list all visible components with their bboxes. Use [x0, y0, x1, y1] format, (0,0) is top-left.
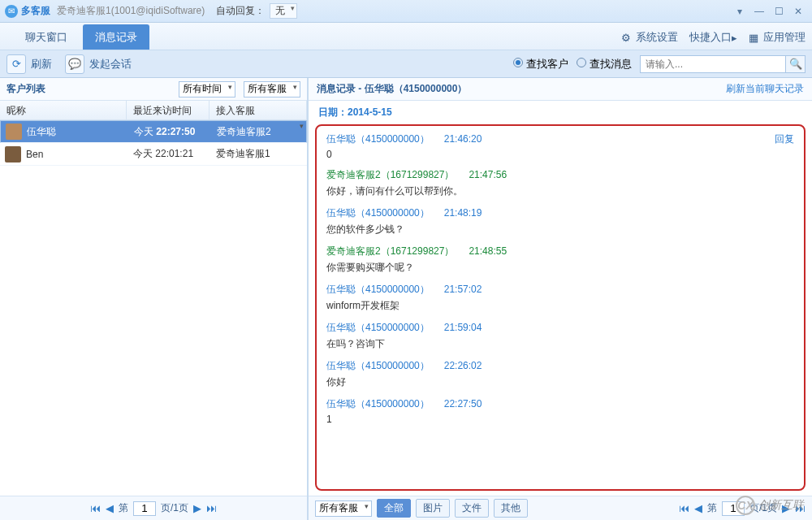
message-item: 爱奇迪客服2（1671299827）21:48:55你需要购买哪个呢？: [326, 245, 794, 275]
pager-first-button[interactable]: ⏮: [90, 502, 101, 514]
message-panel: 消息记录 - 伍华聪（4150000000） 刷新当前聊天记录 日期：2014-…: [309, 78, 812, 520]
radio-search-message-label: 查找消息: [590, 58, 632, 70]
message-item: 伍华聪（4150000000）21:57:02winform开发框架: [326, 283, 794, 313]
system-settings-button[interactable]: ⚙系统设置: [621, 30, 678, 45]
message-time: 21:48:55: [469, 245, 507, 257]
watermark: CX 创新互联: [736, 496, 804, 515]
customer-table-body: 伍华聪 今天 22:27:50 爱奇迪客服2 Ben 今天 22:01:21 爱…: [0, 120, 307, 496]
customer-panel: 客户列表 所有时间 所有客服 昵称 最近来访时间 接入客服 伍华聪 今天 22:…: [0, 78, 309, 520]
refresh-chat-link[interactable]: 刷新当前聊天记录: [726, 82, 804, 96]
message-body: 你好，请问有什么可以帮到你。: [326, 184, 794, 198]
message-body: 1: [326, 414, 794, 425]
radio-search-customer[interactable]: 查找客户: [513, 57, 568, 72]
app-subtitle: 爱奇迪客服1(1001@iqidiSoftware): [57, 4, 205, 18]
search-go-button[interactable]: 🔍: [786, 55, 806, 73]
message-item: 爱奇迪客服2（1671299827）21:47:56你好，请问有什么可以帮到你。: [326, 168, 794, 198]
refresh-label[interactable]: 刷新: [31, 57, 52, 72]
message-sender: 伍华聪（4150000000）: [326, 359, 430, 373]
refresh-button-icon[interactable]: ⟳: [6, 54, 26, 74]
pager-prev-button[interactable]: ◀: [694, 502, 702, 514]
message-sender: 伍华聪（4150000000）: [326, 283, 430, 297]
message-item: 伍华聪（4150000000）22:26:02你好: [326, 359, 794, 389]
col-agent: 接入客服: [209, 101, 307, 119]
filter-other-button[interactable]: 其他: [494, 499, 528, 518]
autoreply-label: 自动回复：: [216, 4, 265, 18]
message-panel-header: 消息记录 - 伍华聪（4150000000） 刷新当前聊天记录: [309, 78, 812, 101]
tab-chat-window[interactable]: 聊天窗口: [13, 24, 80, 50]
maximize-button[interactable]: ☐: [770, 4, 788, 19]
pager-label-a: 第: [707, 501, 717, 515]
avatar: [5, 146, 21, 162]
reply-link[interactable]: 回复: [775, 132, 794, 146]
search-input[interactable]: [640, 55, 786, 73]
pager-first-button[interactable]: ⏮: [679, 502, 689, 514]
quick-entry-label: 快捷入口: [689, 30, 732, 45]
app-management-label: 应用管理: [763, 30, 806, 45]
autoreply-dropdown[interactable]: 无: [270, 3, 297, 19]
message-sender: 伍华聪（4150000000）: [326, 321, 430, 335]
message-list: 回复 伍华聪（4150000000）21:46:200爱奇迪客服2（167129…: [315, 124, 806, 491]
message-time: 21:47:56: [469, 169, 507, 180]
filter-image-button[interactable]: 图片: [416, 499, 450, 518]
grid-icon: ▦: [749, 32, 760, 43]
pager-label-b: 页/1页: [161, 501, 188, 515]
message-item: 伍华聪（4150000000）21:59:04在吗？咨询下: [326, 321, 794, 351]
watermark-icon: CX: [736, 496, 755, 515]
table-row[interactable]: Ben 今天 22:01:21 爱奇迪客服1: [0, 143, 307, 166]
quick-entry-button[interactable]: 快捷入口 ▸: [689, 30, 737, 45]
row-time: 22:01:21: [155, 148, 193, 159]
footer-agent-filter-dropdown[interactable]: 所有客服: [315, 500, 372, 517]
main-toolbar: 聊天窗口 消息记录 ⚙系统设置 快捷入口 ▸ ▦应用管理: [0, 23, 812, 50]
message-time: 21:46:20: [444, 133, 482, 145]
radio-search-message[interactable]: 查找消息: [577, 57, 632, 72]
message-sender: 伍华聪（4150000000）: [326, 206, 430, 220]
title-bar: ✉ 多客服 爱奇迪客服1(1001@iqidiSoftware) 自动回复： 无…: [0, 0, 812, 23]
message-time: 22:27:50: [444, 398, 482, 410]
minimize-button[interactable]: —: [750, 4, 768, 19]
gear-icon: ⚙: [621, 32, 633, 43]
message-time: 21:59:04: [444, 322, 482, 333]
date-line: 日期：2014-5-15: [309, 101, 812, 124]
avatar: [6, 124, 22, 140]
row-nick: 伍华聪: [27, 125, 56, 139]
pager-page-input[interactable]: [133, 501, 156, 516]
pager-last-button[interactable]: ⏭: [206, 502, 217, 514]
message-sender: 爱奇迪客服2（1671299827）: [326, 245, 454, 258]
date-label: 日期：: [318, 106, 348, 118]
main-split: 客户列表 所有时间 所有客服 昵称 最近来访时间 接入客服 伍华聪 今天 22:…: [0, 78, 812, 520]
message-body: winform开发框架: [326, 299, 794, 313]
row-agent: 爱奇迪客服1: [209, 147, 307, 161]
table-row[interactable]: 伍华聪 今天 22:27:50 爱奇迪客服2: [0, 120, 307, 143]
app-management-button[interactable]: ▦应用管理: [749, 30, 806, 45]
message-sender: 伍华聪（4150000000）: [326, 397, 430, 411]
message-sender: 伍华聪（4150000000）: [326, 132, 430, 146]
row-agent: 爱奇迪客服2: [210, 125, 306, 139]
message-body: 在吗？咨询下: [326, 337, 794, 351]
agent-filter-dropdown[interactable]: 所有客服: [244, 81, 300, 98]
pager-prev-button[interactable]: ◀: [106, 502, 114, 514]
radio-off-icon: [577, 58, 586, 67]
date-value: 2014-5-15: [348, 106, 392, 118]
radio-search-customer-label: 查找客户: [526, 58, 568, 70]
time-filter-dropdown[interactable]: 所有时间: [179, 81, 235, 98]
message-time: 21:57:02: [444, 284, 482, 295]
app-logo-icon: ✉: [5, 5, 18, 18]
watermark-text: 创新互联: [758, 498, 804, 513]
close-button[interactable]: ✕: [789, 4, 807, 19]
dropdown-icon[interactable]: ▾: [731, 4, 749, 19]
start-session-label[interactable]: 发起会话: [89, 57, 132, 72]
tab-message-record[interactable]: 消息记录: [83, 24, 149, 50]
filter-all-button[interactable]: 全部: [377, 499, 411, 518]
left-pager: ⏮ ◀ 第 页/1页 ▶ ⏭: [0, 496, 307, 520]
pager-next-button[interactable]: ▶: [193, 502, 201, 514]
row-nick: Ben: [26, 149, 43, 160]
message-item: 伍华聪（4150000000）21:46:200: [326, 132, 794, 160]
col-nickname: 昵称: [0, 101, 127, 119]
filter-file-button[interactable]: 文件: [455, 499, 489, 518]
message-body: 0: [326, 149, 794, 160]
start-session-icon[interactable]: 💬: [65, 54, 84, 74]
customer-list-title: 客户列表: [6, 82, 45, 96]
message-body: 你好: [326, 375, 794, 389]
customer-table-header: 昵称 最近来访时间 接入客服: [0, 101, 307, 120]
message-sender: 爱奇迪客服2（1671299827）: [326, 168, 454, 182]
